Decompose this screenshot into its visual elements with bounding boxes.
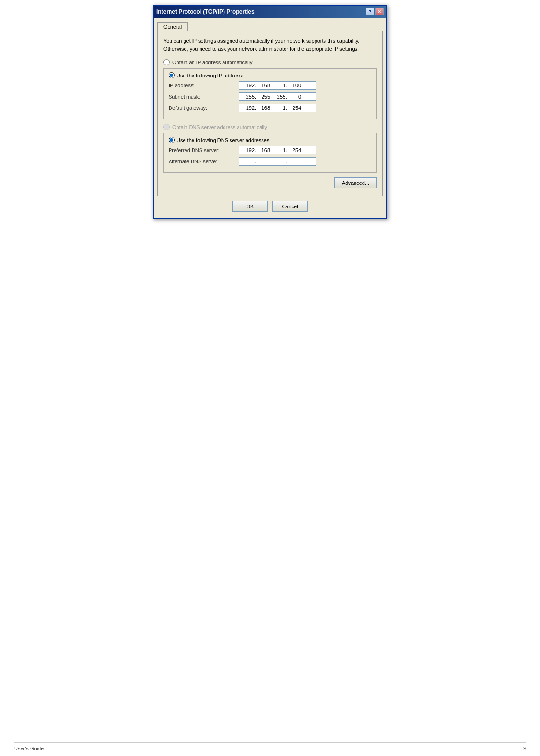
ip-address-label: IP address: [169, 83, 239, 88]
alternate-dns-octet-4[interactable] [288, 159, 301, 164]
alternate-dns-input[interactable]: . . . [239, 157, 316, 166]
description-text: You can get IP settings assigned automat… [163, 37, 377, 53]
ip-octet-2[interactable] [257, 83, 270, 88]
radio-auto-dns-circle[interactable] [163, 124, 170, 130]
alternate-dns-octet-3[interactable] [272, 159, 285, 164]
radio-manual-ip-label: Use the following IP address: [177, 73, 243, 78]
ip-address-group: Use the following IP address: IP address… [163, 68, 377, 119]
radio-auto-ip-circle[interactable] [163, 59, 170, 65]
radio-auto-dns-label: Obtain DNS server address automatically [172, 124, 267, 130]
ip-octet-1[interactable] [241, 83, 255, 88]
subnet-octet-2[interactable] [257, 94, 270, 99]
preferred-dns-input[interactable]: . . . [239, 146, 316, 154]
gateway-octet-3[interactable] [272, 105, 285, 111]
help-button[interactable]: ? [366, 8, 374, 15]
preferred-dns-octet-1[interactable] [241, 147, 255, 153]
gateway-octet-1[interactable] [241, 105, 255, 111]
dialog-footer: OK Cancel [157, 196, 383, 214]
footer-label: User's Guide [14, 746, 44, 751]
default-gateway-row: Default gateway: . . . [169, 104, 371, 112]
dns-group: Use the following DNS server addresses: … [163, 133, 377, 173]
alternate-dns-label: Alternate DNS server: [169, 159, 239, 164]
advanced-button[interactable]: Advanced... [334, 177, 377, 188]
radio-manual-dns-circle[interactable] [169, 137, 175, 143]
radio-auto-dns-option[interactable]: Obtain DNS server address automatically [163, 124, 377, 130]
dialog-title: Internet Protocol (TCP/IP) Properties [156, 8, 255, 15]
page-footer: User's Guide 9 [14, 742, 526, 751]
advanced-btn-row: Advanced... [163, 177, 377, 188]
radio-manual-dns-header[interactable]: Use the following DNS server addresses: [169, 137, 371, 143]
subnet-mask-row: Subnet mask: . . . [169, 92, 371, 101]
title-buttons: ? ✕ [366, 8, 384, 15]
gateway-octet-2[interactable] [257, 105, 270, 111]
ip-address-row: IP address: . . . [169, 81, 371, 90]
subnet-mask-label: Subnet mask: [169, 94, 239, 99]
subnet-octet-3[interactable] [272, 94, 285, 99]
ip-octet-3[interactable] [272, 83, 285, 88]
alternate-dns-octet-2[interactable] [257, 159, 270, 164]
dialog-window: Internet Protocol (TCP/IP) Properties ? … [153, 5, 387, 219]
radio-manual-ip-circle[interactable] [169, 72, 175, 78]
footer-page-number: 9 [523, 746, 526, 751]
subnet-octet-4[interactable] [288, 94, 301, 99]
subnet-mask-input[interactable]: . . . [239, 92, 316, 101]
default-gateway-input[interactable]: . . . [239, 104, 316, 112]
gateway-octet-4[interactable] [288, 105, 301, 111]
dialog-body: General You can get IP settings assigned… [154, 18, 386, 218]
ip-octet-4[interactable] [288, 83, 301, 88]
preferred-dns-octet-2[interactable] [257, 147, 270, 153]
tab-general[interactable]: General [157, 22, 188, 31]
alternate-dns-row: Alternate DNS server: . . . [169, 157, 371, 166]
radio-manual-ip-header[interactable]: Use the following IP address: [169, 72, 371, 78]
preferred-dns-label: Preferred DNS server: [169, 147, 239, 153]
preferred-dns-octet-3[interactable] [272, 147, 285, 153]
radio-auto-ip-label: Obtain an IP address automatically [172, 60, 252, 65]
titlebar: Internet Protocol (TCP/IP) Properties ? … [154, 6, 386, 18]
cancel-button[interactable]: Cancel [272, 201, 308, 212]
tab-bar: General [157, 22, 383, 31]
radio-auto-ip-option[interactable]: Obtain an IP address automatically [163, 59, 377, 65]
default-gateway-label: Default gateway: [169, 105, 239, 111]
subnet-octet-1[interactable] [241, 94, 255, 99]
ok-button[interactable]: OK [232, 201, 268, 212]
ip-address-input[interactable]: . . . [239, 81, 316, 90]
main-panel: You can get IP settings assigned automat… [157, 31, 383, 196]
radio-manual-dns-label: Use the following DNS server addresses: [177, 137, 271, 143]
alternate-dns-octet-1[interactable] [241, 159, 255, 164]
close-button[interactable]: ✕ [375, 8, 384, 15]
preferred-dns-octet-4[interactable] [288, 147, 301, 153]
preferred-dns-row: Preferred DNS server: . . . [169, 146, 371, 154]
